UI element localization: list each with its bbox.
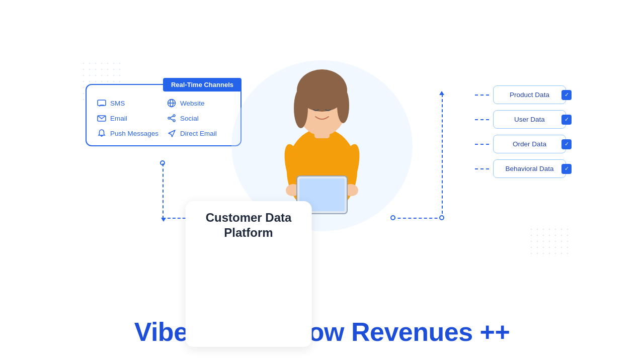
cdp-title: Customer DataPlatform: [206, 210, 292, 240]
behavioral-data-row: Behavioral Data ✓: [475, 159, 566, 178]
social-icon: [167, 113, 177, 123]
data-boxes-panel: Product Data ✓ User Data ✓ Order Data ✓ …: [475, 85, 566, 178]
svg-point-5: [173, 115, 175, 117]
svg-point-15: [337, 88, 349, 123]
channel-sms: SMS: [97, 98, 160, 108]
sms-icon: [97, 98, 107, 108]
cdp-box: Customer DataPlatform: [186, 201, 312, 347]
product-check-icon: ✓: [561, 90, 572, 100]
channel-social: Social: [167, 113, 230, 123]
channels-box: SMS Website: [86, 84, 242, 146]
user-data-row: User Data ✓: [475, 110, 566, 129]
line-order: [475, 144, 489, 145]
website-label: Website: [180, 100, 205, 107]
product-data-label: Product Data: [510, 91, 549, 99]
order-data-box: Order Data ✓: [493, 135, 566, 153]
direct-email-icon: [167, 128, 177, 138]
svg-point-7: [173, 120, 175, 122]
connector-right-vert: [442, 94, 443, 219]
svg-line-9: [170, 119, 173, 120]
line-behavioral: [475, 168, 489, 169]
person-container: [252, 50, 392, 221]
push-icon: [97, 128, 107, 138]
behavioral-check-icon: ✓: [561, 164, 572, 174]
sms-label: SMS: [110, 100, 125, 107]
channel-website: Website: [167, 98, 230, 108]
arrow-up-right: [439, 91, 444, 95]
order-data-row: Order Data ✓: [475, 135, 566, 153]
connector-cdp-right: [392, 218, 443, 219]
user-data-label: User Data: [514, 116, 545, 123]
channels-panel: Real-Time Channels SMS: [86, 78, 242, 146]
bg-decoration-right: [528, 226, 569, 256]
connector-dot-right-mid: [439, 215, 444, 220]
tagline-text: Vibetrace > Grow Revenues ++: [0, 317, 644, 347]
channel-push: Push Messages: [97, 128, 160, 138]
channels-badge: Real-Time Channels: [163, 78, 242, 92]
behavioral-data-box: Behavioral Data ✓: [493, 159, 566, 178]
user-check-icon: ✓: [561, 115, 572, 125]
line-product: [475, 95, 489, 96]
tagline-section: Vibetrace > Grow Revenues ++: [0, 317, 644, 347]
product-data-row: Product Data ✓: [475, 85, 566, 104]
svg-point-14: [294, 88, 308, 128]
user-data-box: User Data ✓: [493, 110, 566, 129]
product-data-box: Product Data ✓: [493, 85, 566, 104]
push-label: Push Messages: [110, 130, 158, 137]
svg-point-6: [168, 117, 170, 119]
email-label: Email: [110, 115, 127, 122]
channel-email: Email: [97, 113, 160, 123]
website-icon: [167, 98, 177, 108]
line-user: [475, 119, 489, 120]
connector-left-vertical: [163, 163, 164, 219]
channels-grid: SMS Website: [97, 98, 230, 138]
social-label: Social: [180, 115, 199, 122]
channel-direct-email: Direct Email: [167, 128, 230, 138]
connector-dot-cdp: [390, 215, 395, 220]
order-data-label: Order Data: [513, 140, 546, 148]
email-icon: [97, 113, 107, 123]
direct-email-label: Direct Email: [180, 130, 217, 137]
order-check-icon: ✓: [561, 139, 572, 149]
svg-line-8: [170, 116, 173, 118]
person-illustration: [267, 55, 377, 221]
behavioral-data-label: Behavioral Data: [505, 165, 553, 172]
